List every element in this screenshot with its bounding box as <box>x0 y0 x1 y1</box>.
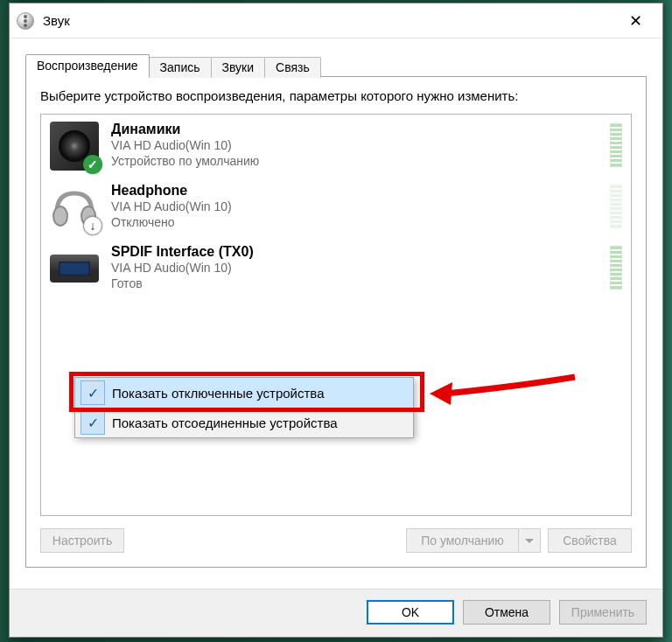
close-button[interactable]: ✕ <box>615 7 655 35</box>
device-list[interactable]: ✓ Динамики VIA HD Audio(Win 10) Устройст… <box>40 114 632 516</box>
level-meter <box>610 185 622 228</box>
tab-communications[interactable]: Связь <box>264 57 321 78</box>
device-status: Отключено <box>111 214 598 230</box>
check-icon: ✓ <box>80 380 105 405</box>
context-item-label: Показать отсоединенные устройства <box>112 415 338 430</box>
default-check-icon: ✓ <box>83 155 102 174</box>
tab-playback[interactable]: Воспроизведение <box>25 54 150 77</box>
set-default-button[interactable]: По умолчанию <box>406 528 518 553</box>
device-name: SPDIF Interface (TX0) <box>111 244 598 260</box>
device-driver: VIA HD Audio(Win 10) <box>111 137 598 153</box>
configure-button[interactable]: Настроить <box>40 528 124 553</box>
tab-pane-playback: Выберите устройство воспроизведения, пар… <box>25 76 647 568</box>
set-default-dropdown[interactable] <box>518 528 541 553</box>
properties-button[interactable]: Свойства <box>548 528 632 553</box>
sound-dialog: Звук ✕ Воспроизведение Запись Звуки Связ… <box>9 3 663 638</box>
headphone-icon: ↓ <box>50 183 99 232</box>
apply-button[interactable]: Применить <box>559 600 647 625</box>
disabled-arrow-icon: ↓ <box>83 216 102 235</box>
device-status: Готов <box>111 276 598 291</box>
svg-point-0 <box>53 206 67 226</box>
device-row-spdif[interactable]: SPDIF Interface (TX0) VIA HD Audio(Win 1… <box>41 237 631 297</box>
device-driver: VIA HD Audio(Win 10) <box>111 199 598 214</box>
check-icon: ✓ <box>80 410 105 435</box>
device-row-headphone[interactable]: ↓ Headphone VIA HD Audio(Win 10) Отключе… <box>41 176 631 237</box>
sound-icon <box>17 12 34 30</box>
context-item-label: Показать отключенные устройства <box>112 386 325 401</box>
button-row: Настроить По умолчанию Свойства <box>40 528 632 553</box>
level-meter <box>610 246 622 290</box>
context-menu: ✓ Показать отключенные устройства ✓ Пока… <box>74 377 414 438</box>
speaker-icon: ✓ <box>50 122 99 171</box>
ok-button[interactable]: OK <box>367 600 454 625</box>
svg-marker-2 <box>430 382 452 405</box>
device-name: Headphone <box>111 183 598 199</box>
cancel-button[interactable]: Отмена <box>463 600 550 625</box>
set-default-split-button: По умолчанию <box>406 528 541 553</box>
context-item-show-disconnected[interactable]: ✓ Показать отсоединенные устройства <box>75 408 413 437</box>
device-status: Устройство по умолчанию <box>111 153 598 169</box>
spdif-icon <box>50 255 99 283</box>
annotation-arrow-icon <box>426 370 584 414</box>
instruction-text: Выберите устройство воспроизведения, пар… <box>40 87 632 105</box>
tab-bar: Воспроизведение Запись Звуки Связь <box>25 51 647 77</box>
window-title: Звук <box>43 13 70 28</box>
dialog-footer: OK Отмена Применить <box>10 589 662 637</box>
device-row-speakers[interactable]: ✓ Динамики VIA HD Audio(Win 10) Устройст… <box>41 115 631 176</box>
level-meter <box>610 123 622 167</box>
tab-sounds[interactable]: Звуки <box>211 57 266 78</box>
tab-recording[interactable]: Запись <box>149 57 212 78</box>
title-bar: Звук ✕ <box>10 3 662 38</box>
device-driver: VIA HD Audio(Win 10) <box>111 260 598 276</box>
context-item-show-disabled[interactable]: ✓ Показать отключенные устройства <box>75 378 413 408</box>
device-name: Динамики <box>111 122 598 137</box>
